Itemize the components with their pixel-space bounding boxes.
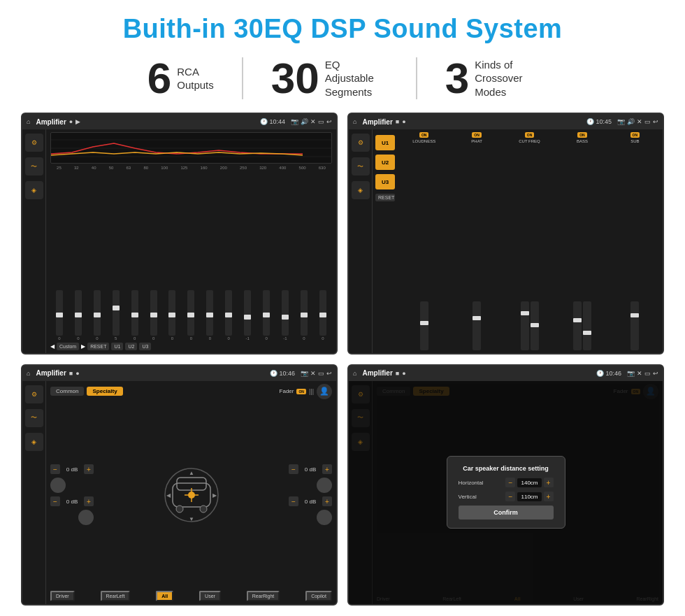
crossover-presets: U1 U2 U3 RESET bbox=[375, 132, 395, 350]
eq-graph bbox=[50, 132, 332, 164]
phat-track1[interactable] bbox=[473, 301, 481, 350]
band-160: 160 bbox=[201, 166, 208, 170]
sub-label: SUB bbox=[630, 139, 639, 143]
eq-sidebar: ⚙ 〜 ◈ bbox=[22, 129, 46, 353]
preset-u3[interactable]: U3 bbox=[375, 174, 395, 189]
btn-copilot[interactable]: Copilot bbox=[305, 591, 332, 601]
eq-track-7[interactable] bbox=[168, 290, 175, 336]
cross-speaker-btn[interactable]: ◈ bbox=[352, 181, 370, 199]
eq-filter-btn[interactable]: ⚙ bbox=[25, 134, 43, 152]
horizontal-minus-btn[interactable]: − bbox=[505, 478, 515, 487]
btn-all[interactable]: All bbox=[156, 591, 173, 601]
tab-common[interactable]: Common bbox=[50, 387, 84, 396]
eq-slider-8: 0 bbox=[187, 290, 194, 341]
cross-reset-btn[interactable]: RESET bbox=[375, 194, 395, 201]
eq-track-13[interactable] bbox=[282, 290, 289, 336]
fader-home-icon: ⌂ bbox=[27, 370, 30, 377]
btn-rear-right[interactable]: RearRight bbox=[247, 591, 280, 601]
eq-track-5[interactable] bbox=[131, 290, 138, 336]
fader-tabs: Common Specialty Fader ON ||| 👤 bbox=[50, 384, 332, 399]
fader-bars: ||| bbox=[309, 388, 314, 395]
preset-u2[interactable]: U2 bbox=[375, 155, 395, 170]
eq-track-1[interactable] bbox=[56, 290, 63, 336]
cutfreq-track2[interactable] bbox=[531, 301, 539, 350]
fader-ch4-minus[interactable]: − bbox=[289, 496, 298, 506]
fader-ch2-minus[interactable]: − bbox=[50, 496, 60, 506]
eq-track-4[interactable] bbox=[113, 290, 120, 336]
eq-track-10[interactable] bbox=[225, 290, 232, 336]
horizontal-value: 140cm bbox=[517, 478, 541, 487]
preset-u1[interactable]: U1 bbox=[375, 135, 395, 150]
bass-track2[interactable] bbox=[583, 301, 591, 350]
eq-u1-btn[interactable]: U1 bbox=[111, 343, 123, 350]
cross-wave-btn[interactable]: 〜 bbox=[352, 157, 370, 176]
cutfreq-track1[interactable] bbox=[521, 301, 529, 350]
dialog-horizontal-label: Horizontal bbox=[459, 480, 493, 486]
eq-slider-7: 0 bbox=[168, 290, 175, 341]
eq-status-icons: 📷 🔊 ✕ ▭ ↩ bbox=[291, 118, 332, 125]
fader-ch2: − 0 dB + bbox=[50, 496, 94, 506]
vertical-minus-btn[interactable]: − bbox=[505, 492, 515, 501]
channel-sliders: ON LOUDNESS ON PHAT bbox=[399, 132, 660, 350]
confirm-button[interactable]: Confirm bbox=[459, 506, 554, 520]
cross-filter-btn[interactable]: ⚙ bbox=[352, 134, 370, 152]
fader-ch2-plus[interactable]: + bbox=[84, 496, 94, 506]
channel-cutfreq: ON CUT FREQ bbox=[505, 132, 554, 350]
fader-x-icon: ✕ bbox=[310, 370, 316, 377]
dialog-horizontal-controls: − 140cm + bbox=[505, 478, 553, 487]
eq-prev-btn[interactable]: ◀ bbox=[50, 343, 55, 350]
eq-next-btn[interactable]: ▶ bbox=[81, 343, 85, 350]
car-diagram-svg: ▲ ▼ ◀ ▶ bbox=[160, 464, 223, 527]
fader-ch1-plus[interactable]: + bbox=[84, 464, 94, 474]
vertical-plus-btn[interactable]: + bbox=[544, 492, 554, 501]
speaker-rl bbox=[78, 510, 94, 525]
band-100: 100 bbox=[161, 166, 168, 170]
eq-track-14[interactable] bbox=[301, 290, 308, 336]
band-63: 63 bbox=[127, 166, 131, 170]
eq-slider-11: -1 bbox=[244, 290, 251, 341]
rect-icon: ▭ bbox=[318, 118, 324, 125]
dlg-dot-icon: ■ bbox=[396, 370, 399, 377]
eq-u2-btn[interactable]: U2 bbox=[125, 343, 137, 350]
fader-screen: ⌂ Amplifier ■ ● 🕐 10:46 📷 ✕ ▭ ↩ ⚙ 〜 ◈ bbox=[21, 364, 338, 606]
eq-track-8[interactable] bbox=[187, 290, 194, 336]
eq-wave-btn[interactable]: 〜 bbox=[25, 157, 43, 176]
bass-track1[interactable] bbox=[573, 301, 582, 350]
eq-custom-btn[interactable]: Custom bbox=[57, 343, 79, 350]
eq-track-3[interactable] bbox=[94, 290, 101, 336]
svg-point-7 bbox=[200, 506, 207, 513]
btn-driver[interactable]: Driver bbox=[50, 591, 75, 601]
eq-speaker-btn[interactable]: ◈ bbox=[25, 181, 43, 199]
fader-ch1-minus[interactable]: − bbox=[50, 464, 60, 474]
cross-dot2-icon: ● bbox=[402, 118, 405, 125]
loudness-track1[interactable] bbox=[420, 301, 428, 350]
fader-ch1: − 0 dB + bbox=[50, 464, 94, 474]
fader-user-icon[interactable]: 👤 bbox=[317, 384, 332, 399]
fader-speaker-btn[interactable]: ◈ bbox=[25, 433, 43, 451]
fader-wave-btn[interactable]: 〜 bbox=[25, 409, 43, 427]
fader-ch4-plus[interactable]: + bbox=[322, 496, 332, 506]
horizontal-plus-btn[interactable]: + bbox=[544, 478, 554, 487]
eq-track-9[interactable] bbox=[206, 290, 213, 336]
btn-user[interactable]: User bbox=[199, 591, 221, 601]
cross-back-icon: ↩ bbox=[653, 118, 658, 125]
fader-ch3-plus[interactable]: + bbox=[322, 464, 332, 474]
eq-u3-btn[interactable]: U3 bbox=[139, 343, 151, 350]
stat-rca-text: RCAOutputs bbox=[177, 65, 214, 92]
eq-track-2[interactable] bbox=[75, 290, 82, 336]
cross-home-icon: ⌂ bbox=[353, 118, 356, 125]
eq-slider-15: 0 bbox=[319, 290, 326, 341]
eq-track-12[interactable] bbox=[263, 290, 270, 336]
phat-tracks bbox=[473, 145, 481, 350]
eq-track-15[interactable] bbox=[319, 290, 326, 336]
eq-track-6[interactable] bbox=[150, 290, 157, 336]
tab-specialty[interactable]: Specialty bbox=[87, 387, 122, 396]
channel-phat: ON PHAT bbox=[452, 132, 501, 350]
dlg-title: Amplifier bbox=[362, 369, 392, 377]
eq-track-11[interactable] bbox=[244, 290, 251, 336]
fader-filter-btn[interactable]: ⚙ bbox=[25, 385, 43, 403]
fader-ch3-minus[interactable]: − bbox=[289, 464, 298, 474]
sub-track1[interactable] bbox=[630, 301, 639, 350]
eq-reset-btn[interactable]: RESET bbox=[87, 343, 109, 350]
btn-rear-left[interactable]: RearLeft bbox=[101, 591, 131, 601]
